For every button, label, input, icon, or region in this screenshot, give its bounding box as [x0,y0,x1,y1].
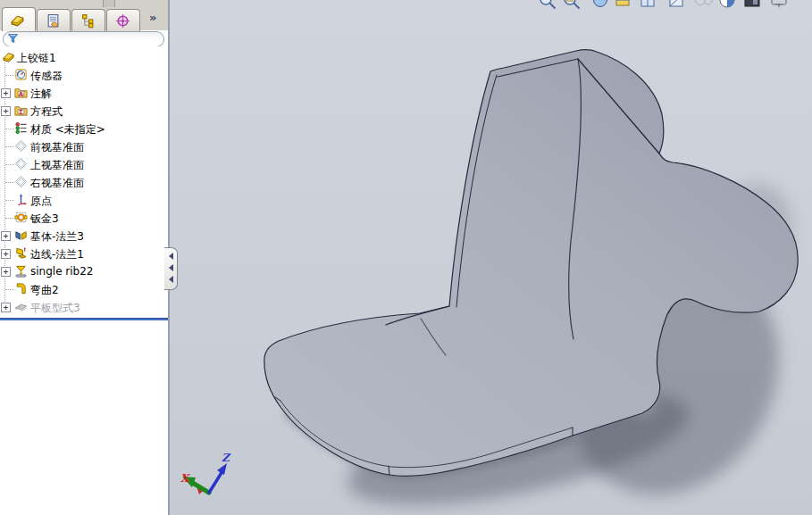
panel-top-strip [0,0,168,7]
featuremanager-panel: » 上铰链1 传感器 + 注解 + 方程 [0,0,170,515]
zoom-fit-icon[interactable] [540,0,555,8]
tree-item-bend[interactable]: 弯曲2 [0,280,166,298]
tree-item-front-plane[interactable]: 前视基准面 [0,137,166,155]
sensors-icon [14,68,28,81]
plane-icon [14,157,28,170]
tree-item-right-plane[interactable]: 右视基准面 [0,173,166,191]
forming-tool-icon [14,264,28,278]
flat-pattern-icon [14,300,28,313]
propertymanager-tab-icon [46,13,61,29]
part-icon [2,50,15,63]
edge-flange-icon [14,246,28,260]
plane-icon [14,139,28,153]
equations-folder-icon [14,104,28,117]
reference-triad: X Z [180,452,231,494]
zoom-area-icon[interactable] [565,0,579,8]
tab-featuremanager[interactable] [2,7,36,31]
tree-item-origin[interactable]: 原点 [0,191,166,209]
tab-propertymanager[interactable] [37,9,71,31]
tree-item-single-rib[interactable]: + single rib22 [0,262,166,280]
panel-top-notch [103,0,115,7]
hide-show-icon[interactable] [696,0,713,5]
annotations-folder-icon [14,86,28,99]
expand-toggle[interactable]: + [1,303,11,312]
tree-item-equations[interactable]: + 方程式 [0,102,166,120]
filter-funnel-icon [7,33,19,45]
dimxpertmanager-tab-icon [115,13,130,29]
section-view-icon[interactable] [616,0,629,5]
feature-tree: 上铰链1 传感器 + 注解 + 方程式 材质 <未指定> [0,46,166,319]
sheet-metal-icon [14,211,28,224]
tab-overflow-chevron[interactable]: » [149,11,156,24]
plane-icon [14,175,28,188]
rollback-bar[interactable] [0,318,168,320]
edit-appearance-icon[interactable] [720,0,734,7]
tab-dimxpertmanager[interactable] [106,9,140,31]
configurationmanager-tab-icon [80,13,96,29]
tree-item-edge-flange[interactable]: + 边线-法兰1 [0,245,166,262]
tree-item-material[interactable]: 材质 <未指定> [0,120,166,137]
expand-toggle[interactable]: + [1,231,11,241]
tree-item-sheet-metal[interactable]: 钣金3 [0,209,166,227]
tree-filter-input[interactable] [3,31,164,47]
tree-item-flat-pattern[interactable]: + 平板型式3 [0,298,166,316]
material-icon [14,121,28,135]
expand-toggle[interactable]: + [1,88,11,98]
view-settings-icon[interactable] [772,0,786,7]
panel-splitter-handle[interactable] [164,247,178,290]
panel-tab-bar: » [0,7,168,30]
display-style-icon[interactable] [670,0,682,6]
origin-icon [14,193,28,206]
tree-item-sensors[interactable]: 传感器 [0,66,166,84]
base-flange-icon [14,228,28,242]
tree-item-annotations[interactable]: + 注解 [0,84,166,102]
view-orientation-icon[interactable] [641,0,654,6]
previous-view-icon[interactable] [594,0,607,7]
graphics-viewport[interactable]: X Z [170,0,812,515]
tree-item-top-plane[interactable]: 上视基准面 [0,155,166,173]
tree-root-part[interactable]: 上铰链1 [0,48,166,66]
tab-configurationmanager[interactable] [71,9,105,31]
triad-z-label: Z [222,452,231,464]
apply-scene-icon[interactable] [745,0,759,6]
expand-toggle[interactable]: + [1,249,11,259]
expand-toggle[interactable]: + [1,267,11,277]
expand-toggle[interactable]: + [1,106,11,116]
featuremanager-tab-icon [10,12,25,28]
sketched-bend-icon [14,282,28,295]
tree-item-base-flange[interactable]: + 基体-法兰3 [0,227,166,245]
solidworks-window: » 上铰链1 传感器 + 注解 + 方程 [0,0,812,515]
heads-up-view-toolbar[interactable] [540,0,786,8]
model-scene[interactable]: X Z [170,0,812,515]
